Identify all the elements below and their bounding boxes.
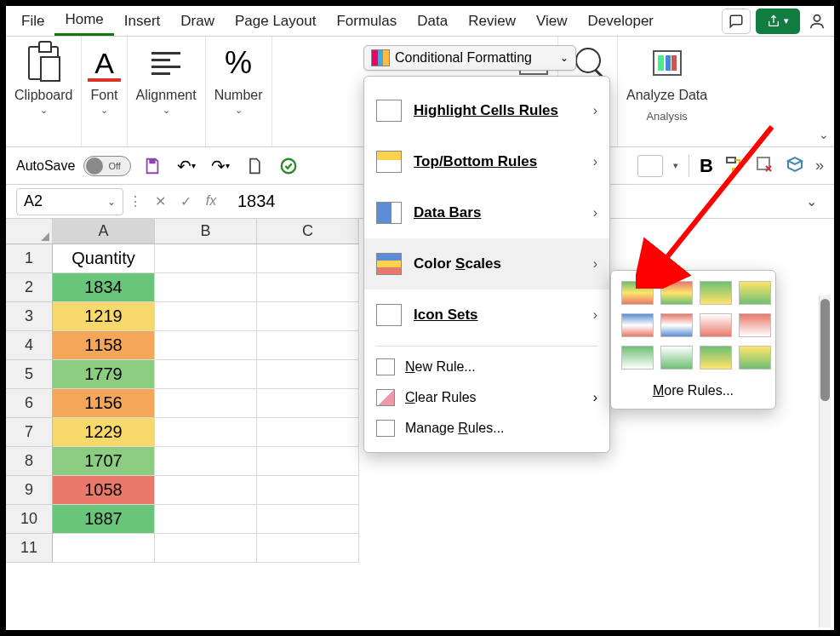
delete-sheet-button[interactable] — [754, 154, 774, 178]
cell[interactable] — [257, 302, 359, 331]
row-header[interactable]: 10 — [6, 505, 53, 534]
row-header[interactable]: 5 — [6, 360, 53, 389]
enter-formula-icon[interactable]: ✓ — [174, 193, 197, 209]
group-alignment[interactable]: Alignment ⌄ — [128, 37, 206, 146]
autosave-toggle[interactable]: Off — [83, 156, 131, 176]
cell[interactable] — [155, 476, 257, 505]
undo-button[interactable]: ↶▾ — [174, 153, 199, 179]
cell[interactable] — [257, 389, 359, 418]
tab-view[interactable]: View — [526, 8, 578, 35]
cell[interactable] — [257, 360, 359, 389]
cell[interactable] — [155, 389, 257, 418]
color-scale-option[interactable] — [700, 346, 732, 370]
tab-draw[interactable]: Draw — [170, 8, 225, 35]
tab-developer[interactable]: Developer — [578, 8, 665, 35]
cell[interactable] — [257, 505, 359, 534]
row-header[interactable]: 6 — [6, 389, 53, 418]
row-header[interactable]: 11 — [6, 534, 53, 563]
color-scale-option[interactable] — [621, 281, 654, 305]
name-box[interactable]: A2 ⌄ — [16, 188, 123, 215]
redo-button[interactable]: ↷▾ — [208, 153, 233, 179]
collapse-ribbon-icon[interactable]: ⌄ — [819, 128, 829, 141]
cf-icon-sets[interactable]: Icon Sets › — [364, 289, 609, 341]
group-number[interactable]: % Number ⌄ — [206, 37, 272, 146]
group-font[interactable]: A Font ⌄ — [82, 37, 127, 146]
addins-button[interactable] — [785, 154, 805, 178]
cell[interactable]: 1156 — [53, 389, 155, 418]
row-header[interactable]: 3 — [6, 302, 53, 331]
comments-button[interactable] — [722, 9, 751, 34]
row-header[interactable]: 4 — [6, 331, 53, 360]
cf-manage-rules[interactable]: Manage Rules... — [364, 413, 609, 444]
style-dropdown[interactable] — [637, 155, 663, 177]
cell[interactable] — [257, 534, 359, 563]
cell[interactable] — [155, 360, 257, 389]
cell[interactable] — [155, 273, 257, 302]
cell[interactable] — [257, 476, 359, 505]
cell[interactable]: 1158 — [53, 331, 155, 360]
select-all-corner[interactable] — [6, 219, 53, 244]
color-scale-option[interactable] — [739, 346, 771, 370]
row-header[interactable]: 9 — [6, 476, 53, 505]
color-scale-option[interactable] — [660, 313, 693, 337]
cell[interactable] — [53, 534, 155, 563]
cell[interactable]: 1219 — [53, 302, 155, 331]
cf-data-bars[interactable]: Data Bars › — [364, 187, 609, 238]
new-file-button[interactable] — [242, 153, 267, 179]
cell[interactable] — [257, 418, 359, 447]
color-scale-option[interactable] — [660, 346, 693, 370]
cell[interactable] — [257, 331, 359, 360]
share-button[interactable]: ▾ — [756, 9, 800, 34]
vertical-scrollbar[interactable] — [819, 295, 831, 627]
cf-clear-rules[interactable]: Clear Rules › — [364, 382, 609, 413]
column-header-b[interactable]: B — [155, 219, 257, 244]
cell[interactable]: 1834 — [53, 273, 155, 302]
cf-top-bottom-rules[interactable]: Top/Bottom Rules › — [364, 136, 609, 187]
cell[interactable] — [155, 447, 257, 476]
expand-formula-bar[interactable]: ⌄ — [806, 193, 817, 209]
cf-color-scales[interactable]: Color Scales › — [364, 238, 609, 289]
cell[interactable] — [155, 418, 257, 447]
row-header[interactable]: 2 — [6, 273, 53, 302]
color-scale-option[interactable] — [739, 313, 771, 337]
column-header-c[interactable]: C — [257, 219, 359, 244]
tab-review[interactable]: Review — [458, 8, 526, 35]
tab-file[interactable]: File — [11, 8, 54, 35]
save-button[interactable] — [140, 153, 165, 179]
tab-formulas[interactable]: Formulas — [326, 8, 407, 35]
color-scale-option[interactable] — [660, 281, 693, 305]
cell[interactable]: 1058 — [53, 476, 155, 505]
cell[interactable] — [155, 302, 257, 331]
cell[interactable] — [155, 244, 257, 273]
cell[interactable] — [155, 505, 257, 534]
color-scale-option[interactable] — [739, 281, 771, 305]
tab-data[interactable]: Data — [407, 8, 458, 35]
more-rules[interactable]: More Rules... — [621, 383, 765, 398]
format-painter-button[interactable] — [723, 154, 744, 178]
cell[interactable]: Quantity — [53, 244, 155, 273]
color-scale-option[interactable] — [700, 281, 732, 305]
more-commands[interactable]: » — [815, 157, 824, 175]
conditional-formatting-button[interactable]: Conditional Formatting ⌄ — [363, 45, 576, 71]
cell[interactable] — [155, 331, 257, 360]
cell[interactable] — [155, 534, 257, 563]
cf-highlight-rules[interactable]: Highlight Cells Rules › — [364, 85, 609, 136]
color-scale-option[interactable] — [621, 313, 654, 337]
cell[interactable]: 1779 — [53, 360, 155, 389]
cell[interactable] — [257, 244, 359, 273]
tab-page-layout[interactable]: Page Layout — [225, 8, 326, 35]
account-icon[interactable] — [805, 9, 829, 33]
check-button[interactable] — [276, 153, 301, 179]
group-clipboard[interactable]: Clipboard ⌄ — [6, 37, 82, 146]
cancel-formula-icon[interactable]: ✕ — [149, 193, 171, 209]
color-scale-option[interactable] — [621, 346, 654, 370]
fx-icon[interactable]: fx — [200, 193, 222, 209]
cell[interactable] — [257, 273, 359, 302]
row-header[interactable]: 8 — [6, 447, 53, 476]
tab-insert[interactable]: Insert — [114, 8, 171, 35]
cell[interactable]: 1707 — [53, 447, 155, 476]
tab-home[interactable]: Home — [54, 6, 113, 36]
color-scale-option[interactable] — [700, 313, 732, 337]
cell[interactable]: 1229 — [53, 418, 155, 447]
row-header[interactable]: 7 — [6, 418, 53, 447]
